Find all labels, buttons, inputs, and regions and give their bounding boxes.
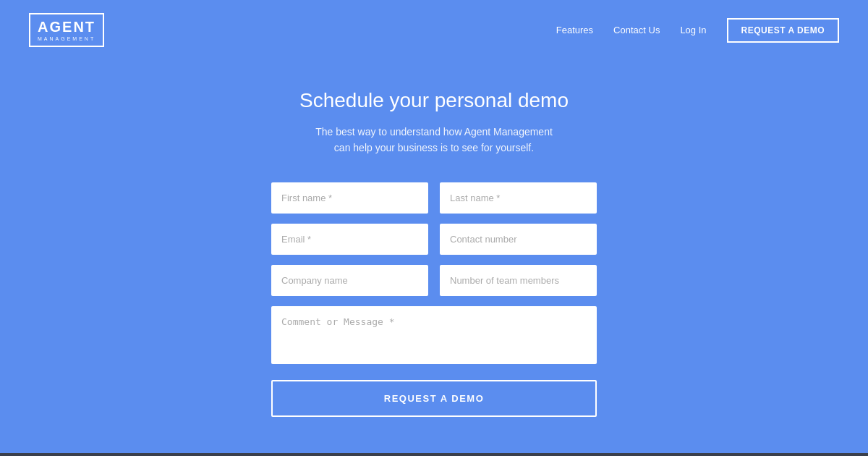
email-input[interactable] <box>271 224 428 255</box>
page-subtitle: The best way to understand how Agent Man… <box>315 124 553 156</box>
form-row-1 <box>271 182 597 214</box>
contact-number-input[interactable] <box>440 224 597 255</box>
nav-link-features[interactable]: Features <box>556 25 593 35</box>
main-content: Schedule your personal demo The best way… <box>0 60 868 453</box>
logo-agent-text: AGENT <box>38 19 95 35</box>
company-name-field <box>271 265 428 296</box>
team-members-field <box>440 265 597 296</box>
company-name-input[interactable] <box>271 265 428 296</box>
demo-form: REQUEST A DEMO <box>271 182 597 417</box>
first-name-field <box>271 182 428 214</box>
message-field <box>271 306 597 367</box>
email-field <box>271 224 428 255</box>
nav-link-login[interactable]: Log In <box>680 25 706 35</box>
team-members-input[interactable] <box>440 265 597 296</box>
last-name-field <box>440 182 597 214</box>
nav-request-demo-button[interactable]: REQUEST A DEMO <box>727 18 839 43</box>
contact-number-field <box>440 224 597 255</box>
submit-demo-button[interactable]: REQUEST A DEMO <box>271 380 597 417</box>
logo-management-text: MANAGEMENT <box>38 36 95 41</box>
nav-link-contact[interactable]: Contact Us <box>613 25 660 35</box>
last-name-input[interactable] <box>440 182 597 214</box>
logo[interactable]: AGENT MANAGEMENT <box>29 13 104 47</box>
form-row-3 <box>271 265 597 296</box>
subtitle-line2: can help your business is to see for you… <box>334 142 534 153</box>
page-title: Schedule your personal demo <box>299 89 569 112</box>
nav-links: Features Contact Us Log In REQUEST A DEM… <box>556 18 839 43</box>
message-textarea[interactable] <box>271 306 597 364</box>
first-name-input[interactable] <box>271 182 428 214</box>
footer: Copyright © 2017 Agent Management. All r… <box>0 453 868 456</box>
subtitle-line1: The best way to understand how Agent Man… <box>315 126 553 138</box>
form-row-2 <box>271 224 597 255</box>
navbar: AGENT MANAGEMENT Features Contact Us Log… <box>0 0 868 60</box>
